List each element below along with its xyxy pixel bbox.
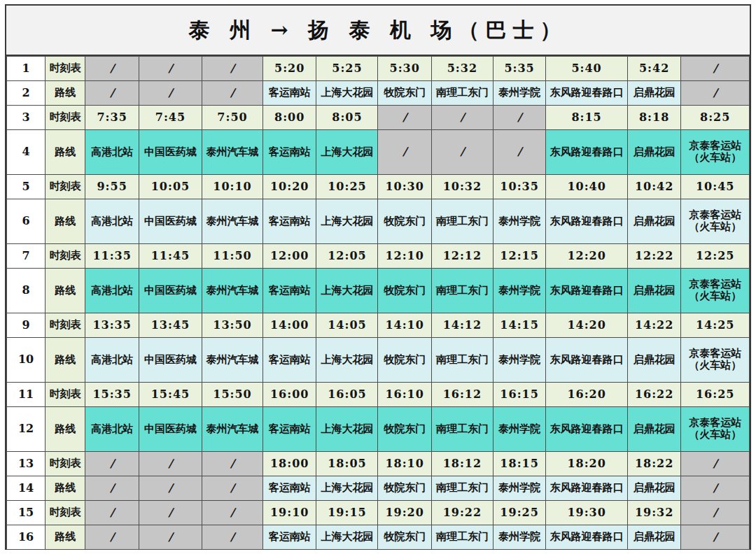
cell-station-name: 牧院东门 xyxy=(378,476,431,500)
cell-no-service: / xyxy=(681,451,750,476)
row-number: 6 xyxy=(7,199,46,243)
cell-departure-time: 14:25 xyxy=(681,313,750,337)
row-number: 8 xyxy=(7,268,46,313)
cell-station-name: 泰州学院 xyxy=(493,406,545,451)
cell-departure-time: 16:10 xyxy=(378,382,431,406)
cell-station-name: 客运南站 xyxy=(263,199,316,243)
cell-departure-time: 16:15 xyxy=(493,382,545,406)
cell-station-name: 泰州学院 xyxy=(493,199,545,243)
cell-station-name: 京泰客运站（火车站） xyxy=(681,129,750,174)
row-type-label: 时刻表 xyxy=(46,382,85,406)
table-row: 10路线高港北站中国医药城泰州汽车城客运南站上海大花园牧院东门南理工东门泰州学院… xyxy=(7,337,750,382)
table-row: 14路线///客运南站上海大花园牧院东门南理工东门泰州学院东风路迎春路口启鼎花园… xyxy=(7,476,750,500)
cell-no-service: / xyxy=(85,476,139,500)
cell-departure-time: 10:05 xyxy=(139,174,202,199)
cell-station-name: 牧院东门 xyxy=(378,268,431,313)
cell-departure-time: 12:05 xyxy=(316,243,378,268)
row-number: 5 xyxy=(7,174,46,199)
table-row: 9时刻表13:3513:4513:5014:0014:0514:1014:121… xyxy=(7,313,750,337)
cell-station-name: 东风路迎春路口 xyxy=(546,199,628,243)
row-type-label: 时刻表 xyxy=(46,57,85,81)
cell-station-name: 东风路迎春路口 xyxy=(546,476,628,500)
cell-station-name: 中国医药城 xyxy=(139,268,202,313)
cell-departure-time: 16:25 xyxy=(681,382,750,406)
cell-departure-time: 18:22 xyxy=(627,451,680,476)
row-type-label: 时刻表 xyxy=(46,105,85,129)
row-type-label: 路线 xyxy=(46,129,85,174)
cell-departure-time: 13:50 xyxy=(202,313,263,337)
row-number: 11 xyxy=(7,382,46,406)
cell-station-name: 启鼎花园 xyxy=(627,129,680,174)
cell-departure-time: 8:05 xyxy=(316,105,378,129)
cell-departure-time: 14:15 xyxy=(493,313,545,337)
cell-station-name: 京泰客运站（火车站） xyxy=(681,268,750,313)
table-row: 4路线高港北站中国医药城泰州汽车城客运南站上海大花园///东风路迎春路口启鼎花园… xyxy=(7,129,750,174)
cell-station-name: 高港北站 xyxy=(85,199,139,243)
cell-station-name: 中国医药城 xyxy=(139,129,202,174)
row-type-label: 时刻表 xyxy=(46,500,85,525)
cell-no-service: / xyxy=(493,129,545,174)
row-type-label: 时刻表 xyxy=(46,243,85,268)
cell-station-name: 启鼎花园 xyxy=(627,525,680,549)
cell-station-name: 南理工东门 xyxy=(431,80,493,105)
table-row: 7时刻表11:3511:4511:5012:0012:0512:1012:121… xyxy=(7,243,750,268)
cell-station-name: 泰州学院 xyxy=(493,476,545,500)
row-number: 12 xyxy=(7,406,46,451)
cell-station-name: 客运南站 xyxy=(263,337,316,382)
cell-departure-time: 18:00 xyxy=(263,451,316,476)
cell-station-name: 启鼎花园 xyxy=(627,476,680,500)
cell-station-name: 启鼎花园 xyxy=(627,406,680,451)
cell-no-service: / xyxy=(202,57,263,81)
cell-station-name: 上海大花园 xyxy=(316,525,378,549)
cell-departure-time: 19:32 xyxy=(627,500,680,525)
table-row: 16路线///客运南站上海大花园牧院东门南理工东门泰州学院东风路迎春路口启鼎花园… xyxy=(7,525,750,549)
cell-departure-time: 8:15 xyxy=(546,105,628,129)
cell-departure-time: 15:45 xyxy=(139,382,202,406)
cell-departure-time: 16:05 xyxy=(316,382,378,406)
cell-departure-time: 8:18 xyxy=(627,105,680,129)
cell-station-name: 泰州汽车城 xyxy=(202,268,263,313)
page-title: 泰 州 → 扬 泰 机 场（巴士） xyxy=(189,16,568,45)
timetable-body: 1时刻表///5:205:255:305:325:355:405:42/2路线/… xyxy=(7,57,750,550)
row-type-label: 路线 xyxy=(46,525,85,549)
cell-departure-time: 16:00 xyxy=(263,382,316,406)
cell-departure-time: 10:45 xyxy=(681,174,750,199)
cell-no-service: / xyxy=(85,500,139,525)
cell-departure-time: 10:32 xyxy=(431,174,493,199)
cell-departure-time: 5:42 xyxy=(627,57,680,81)
cell-no-service: / xyxy=(493,105,545,129)
table-row: 3时刻表7:357:457:508:008:05///8:158:188:25 xyxy=(7,105,750,129)
cell-departure-time: 18:20 xyxy=(546,451,628,476)
cell-station-name: 高港北站 xyxy=(85,268,139,313)
cell-departure-time: 10:42 xyxy=(627,174,680,199)
cell-departure-time: 11:35 xyxy=(85,243,139,268)
cell-departure-time: 10:35 xyxy=(493,174,545,199)
cell-station-name: 南理工东门 xyxy=(431,199,493,243)
cell-departure-time: 5:30 xyxy=(378,57,431,81)
row-number: 9 xyxy=(7,313,46,337)
cell-station-name: 泰州学院 xyxy=(493,268,545,313)
cell-station-name: 上海大花园 xyxy=(316,337,378,382)
cell-station-name: 泰州汽车城 xyxy=(202,406,263,451)
cell-departure-time: 19:20 xyxy=(378,500,431,525)
cell-no-service: / xyxy=(85,80,139,105)
row-type-label: 路线 xyxy=(46,337,85,382)
cell-departure-time: 14:20 xyxy=(546,313,628,337)
table-row: 1时刻表///5:205:255:305:325:355:405:42/ xyxy=(7,57,750,81)
cell-no-service: / xyxy=(139,57,202,81)
cell-station-name: 东风路迎春路口 xyxy=(546,525,628,549)
cell-no-service: / xyxy=(139,476,202,500)
cell-station-name: 上海大花园 xyxy=(316,406,378,451)
cell-station-name: 客运南站 xyxy=(263,129,316,174)
cell-departure-time: 18:10 xyxy=(378,451,431,476)
cell-no-service: / xyxy=(139,525,202,549)
cell-station-name: 牧院东门 xyxy=(378,199,431,243)
cell-no-service: / xyxy=(85,451,139,476)
cell-departure-time: 10:10 xyxy=(202,174,263,199)
cell-station-name: 南理工东门 xyxy=(431,268,493,313)
cell-no-service: / xyxy=(378,105,431,129)
cell-station-name: 牧院东门 xyxy=(378,337,431,382)
cell-station-name: 启鼎花园 xyxy=(627,199,680,243)
cell-departure-time: 18:05 xyxy=(316,451,378,476)
table-row: 8路线高港北站中国医药城泰州汽车城客运南站上海大花园牧院东门南理工东门泰州学院东… xyxy=(7,268,750,313)
